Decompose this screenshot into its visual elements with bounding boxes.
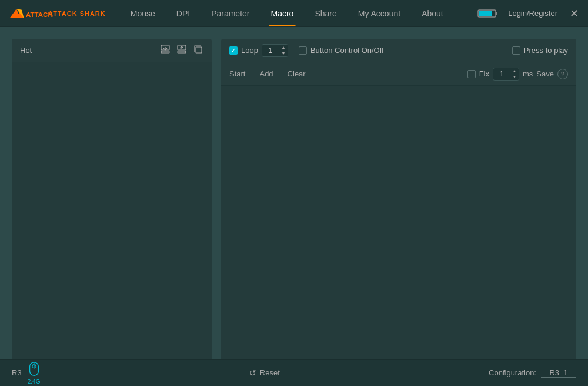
save-button[interactable]: Save bbox=[536, 69, 554, 78]
macro-editor-body bbox=[221, 86, 576, 359]
main-nav: Mouse DPI Parameter Macro Share My Accou… bbox=[120, 0, 477, 26]
loop-control: Loop 1 ▲ ▼ bbox=[229, 44, 288, 57]
titlebar-right: Login/Register ✕ bbox=[477, 6, 581, 21]
statusbar-left: R3 2.4G bbox=[12, 361, 41, 385]
fix-spinner[interactable]: 1 ▲ ▼ bbox=[493, 68, 519, 81]
macro-editor-panel: Loop 1 ▲ ▼ Button Control On/Off Press t… bbox=[221, 39, 576, 359]
macro-list-icons bbox=[160, 44, 203, 57]
loop-up-arrow[interactable]: ▲ bbox=[279, 45, 288, 51]
nav-dpi[interactable]: DPI bbox=[166, 0, 201, 26]
ms-label: ms bbox=[523, 69, 533, 78]
close-button[interactable]: ✕ bbox=[567, 6, 581, 21]
loop-value: 1 bbox=[262, 45, 279, 56]
nav-share[interactable]: Share bbox=[304, 0, 347, 26]
battery-icon bbox=[477, 8, 499, 19]
nav-about[interactable]: About bbox=[411, 0, 454, 26]
loop-checkbox[interactable] bbox=[229, 46, 238, 55]
reset-icon: ↺ bbox=[249, 368, 256, 378]
fix-down-arrow[interactable]: ▼ bbox=[510, 74, 519, 80]
nav-parameter[interactable]: Parameter bbox=[201, 0, 260, 26]
button-control: Button Control On/Off bbox=[299, 46, 384, 55]
svg-rect-9 bbox=[178, 51, 186, 53]
svg-rect-6 bbox=[161, 51, 169, 53]
mouse-icon-wrap: 2.4G bbox=[28, 361, 41, 385]
config-label: Configuration: bbox=[489, 368, 536, 377]
copy-icon[interactable] bbox=[193, 44, 203, 57]
device-label: R3 bbox=[12, 368, 22, 377]
macro-list-panel: Hot bbox=[12, 39, 212, 359]
titlebar: ATTACK ATTACK SHARK Mouse DPI Parameter … bbox=[0, 0, 588, 27]
button-control-label: Button Control On/Off bbox=[310, 46, 384, 55]
fix-arrows: ▲ ▼ bbox=[510, 68, 519, 80]
reset-button[interactable]: Reset bbox=[260, 368, 280, 377]
button-control-checkbox[interactable] bbox=[299, 46, 307, 55]
fix-value: 1 bbox=[493, 68, 510, 79]
svg-rect-12 bbox=[196, 47, 202, 53]
add-button[interactable]: Add bbox=[259, 69, 273, 78]
statusbar-right: Configuration: R3_1 bbox=[489, 368, 576, 378]
statusbar-center: ↺ Reset bbox=[41, 368, 489, 378]
svg-rect-5 bbox=[479, 11, 492, 16]
loop-arrows: ▲ ▼ bbox=[279, 45, 288, 56]
press-to-play-control: Press to play bbox=[512, 46, 568, 55]
macro-list-header: Hot bbox=[12, 39, 212, 62]
press-to-play-label: Press to play bbox=[524, 46, 568, 55]
import-icon[interactable] bbox=[176, 44, 187, 57]
help-icon[interactable]: ? bbox=[557, 69, 568, 79]
start-button[interactable]: Start bbox=[229, 69, 245, 78]
loop-down-arrow[interactable]: ▼ bbox=[279, 51, 288, 56]
fix-label: Fix bbox=[479, 69, 489, 78]
mouse-icon bbox=[28, 361, 41, 378]
svg-rect-4 bbox=[496, 12, 497, 15]
config-value: R3_1 bbox=[541, 368, 576, 378]
statusbar: R3 2.4G ↺ Reset Configuration: R3_1 bbox=[0, 359, 588, 386]
logo: ATTACK ATTACK SHARK bbox=[7, 5, 106, 22]
export-icon[interactable] bbox=[160, 44, 171, 57]
press-to-play-checkbox[interactable] bbox=[512, 46, 520, 55]
macro-editor-top: Loop 1 ▲ ▼ Button Control On/Off Press t… bbox=[221, 39, 576, 62]
fix-checkbox[interactable] bbox=[467, 70, 476, 78]
connection-label: 2.4G bbox=[28, 378, 41, 385]
macro-toolbar: Start Add Clear Fix 1 ▲ ▼ ms Save ? bbox=[221, 62, 576, 86]
login-register-button[interactable]: Login/Register bbox=[508, 9, 557, 18]
app-title: ATTACK SHARK bbox=[48, 10, 106, 17]
macro-list-body bbox=[12, 62, 212, 359]
nav-my-account[interactable]: My Account bbox=[348, 0, 411, 26]
loop-spinner[interactable]: 1 ▲ ▼ bbox=[262, 44, 288, 57]
macro-list-title: Hot bbox=[20, 46, 32, 55]
loop-label: Loop bbox=[241, 46, 258, 55]
fix-control: Fix 1 ▲ ▼ ms Save ? bbox=[467, 68, 568, 81]
fix-up-arrow[interactable]: ▲ bbox=[510, 68, 519, 74]
main-content: Hot bbox=[0, 27, 588, 359]
nav-macro[interactable]: Macro bbox=[260, 0, 304, 26]
clear-button[interactable]: Clear bbox=[288, 69, 306, 78]
nav-mouse[interactable]: Mouse bbox=[120, 0, 166, 26]
